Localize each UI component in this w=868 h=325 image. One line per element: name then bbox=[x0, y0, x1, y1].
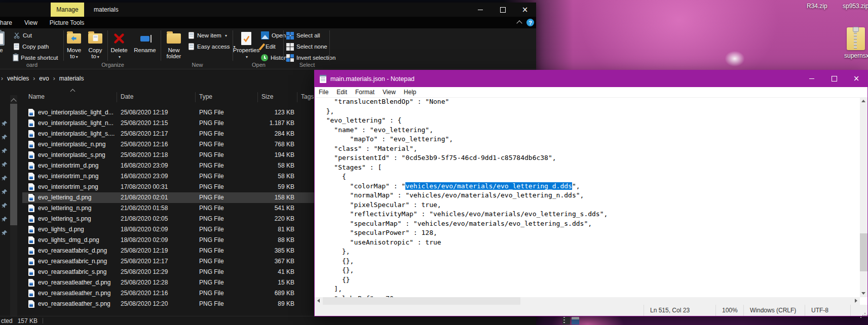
column-divider[interactable] bbox=[257, 92, 258, 102]
invert-selection-button[interactable]: Invert selection bbox=[286, 53, 335, 63]
code-line: { bbox=[315, 172, 860, 182]
scroll-down-icon[interactable] bbox=[861, 292, 865, 295]
selection-status-text: cted bbox=[1, 317, 13, 324]
column-header-type[interactable]: Type bbox=[199, 93, 212, 100]
breadcrumb-item[interactable]: evo bbox=[36, 75, 52, 82]
explorer-close-button[interactable]: × bbox=[514, 3, 536, 17]
collapse-ribbon-icon[interactable] bbox=[516, 20, 522, 26]
selected-text: vehicles/evo/materials/evo_lettering_d.d… bbox=[405, 182, 572, 190]
notepad-close-button[interactable]: × bbox=[845, 70, 867, 87]
nav-scrollbar[interactable] bbox=[10, 95, 17, 316]
ribbon-group-new: New folder New item▾ Easy access▾ New bbox=[162, 28, 233, 69]
scroll-left-icon[interactable] bbox=[317, 299, 320, 303]
menu-edit[interactable]: Edit bbox=[332, 89, 351, 96]
breadcrumb-item[interactable]: vehicles bbox=[4, 75, 32, 82]
desktop-icon-r34zip[interactable]: R34.zip bbox=[807, 3, 827, 10]
document-icon bbox=[14, 44, 19, 50]
edit-button[interactable]: Edit bbox=[261, 42, 276, 52]
tab-view[interactable]: View bbox=[18, 17, 44, 28]
code-line: }, bbox=[315, 247, 860, 257]
scroll-up-icon[interactable] bbox=[11, 98, 16, 104]
file-name: evo_rearseatleather_s.png bbox=[38, 300, 110, 307]
taskbar-icon-film[interactable] bbox=[562, 317, 570, 324]
quick-access-pin-icon bbox=[2, 202, 8, 210]
new-folder-icon bbox=[167, 33, 181, 44]
tab-picture-tools[interactable]: Picture Tools bbox=[44, 17, 90, 28]
vertical-scrollbar[interactable] bbox=[860, 97, 867, 297]
cut-button[interactable]: Cut bbox=[13, 30, 32, 40]
file-date: 18/08/2020 02:09 bbox=[121, 226, 168, 233]
explorer-minimize-button[interactable] bbox=[469, 3, 492, 17]
column-header-date[interactable]: Date bbox=[121, 93, 133, 100]
move-to-button[interactable]: Move to▾ bbox=[63, 30, 85, 61]
explorer-titlebar[interactable]: Manage materials × bbox=[0, 3, 536, 17]
manage-contextual-tab[interactable]: Manage bbox=[51, 3, 84, 17]
code-line: ], bbox=[315, 285, 860, 294]
file-name: evo_lights_dmg_d.png bbox=[38, 236, 99, 243]
new-folder-button[interactable]: New folder bbox=[163, 30, 185, 61]
file-size: 284 KB bbox=[215, 130, 294, 137]
desktop-icon-supernsx4zip[interactable]: supernsx4.z bbox=[844, 52, 868, 59]
notepad-titlebar[interactable]: main.materials.json - Notepad × bbox=[315, 70, 867, 87]
notepad-minimize-button[interactable] bbox=[801, 70, 823, 87]
menu-format[interactable]: Format bbox=[351, 89, 379, 96]
column-divider[interactable] bbox=[117, 92, 117, 102]
help-icon[interactable]: ? bbox=[526, 19, 534, 26]
scroll-up-icon[interactable] bbox=[861, 100, 865, 102]
notepad-statusbar: Ln 515, Col 23 100% Windows (CRLF) UTF-8 bbox=[315, 305, 867, 316]
explorer-maximize-button[interactable] bbox=[492, 3, 514, 17]
tab-share-partial[interactable]: hare bbox=[0, 17, 18, 28]
select-none-button[interactable]: Select none bbox=[286, 42, 327, 52]
breadcrumb-item[interactable]: materials bbox=[56, 75, 87, 82]
file-name: evo_rearseatleather_d.png bbox=[38, 279, 110, 286]
column-divider[interactable] bbox=[195, 92, 196, 102]
notepad-maximize-button[interactable] bbox=[823, 70, 845, 87]
file-size: 88 KB bbox=[215, 236, 294, 243]
copy-path-button[interactable]: Copy path bbox=[13, 42, 49, 52]
file-size: 58 KB bbox=[215, 173, 294, 180]
copy-to-button[interactable]: Copy to▾ bbox=[85, 30, 106, 61]
menu-view[interactable]: View bbox=[379, 89, 400, 96]
taskbar-icon-image[interactable] bbox=[572, 317, 579, 324]
png-file-icon bbox=[28, 236, 34, 244]
rename-button[interactable]: Rename bbox=[131, 30, 159, 61]
desktop-icon-sp953zip[interactable]: sp953.zip bbox=[843, 3, 868, 10]
column-header-size[interactable]: Size bbox=[261, 93, 273, 100]
code-line: "evo_lettering" : { bbox=[315, 116, 860, 126]
horizontal-scrollbar-thumb[interactable] bbox=[323, 297, 520, 305]
horizontal-scrollbar[interactable] bbox=[315, 297, 860, 305]
code-line: "translucentBlendOp" : "None" bbox=[315, 97, 860, 107]
column-header-name[interactable]: Name bbox=[28, 93, 45, 100]
paste-button[interactable]: ste bbox=[0, 30, 12, 61]
invert-selection-icon bbox=[286, 54, 294, 62]
resize-grip[interactable] bbox=[850, 305, 867, 316]
easy-access-button[interactable]: Easy access▾ bbox=[188, 42, 236, 52]
screen: R34.zip sp953.zip supernsx4.z Manage mat… bbox=[0, 0, 868, 325]
select-all-button[interactable]: Select all bbox=[286, 30, 320, 40]
minimize-icon bbox=[809, 78, 814, 79]
menu-file[interactable]: File bbox=[315, 89, 332, 96]
breadcrumb-chevron-icon: › bbox=[0, 75, 4, 82]
vertical-scrollbar-thumb[interactable] bbox=[860, 233, 867, 271]
text-editor-area[interactable]: "translucentBlendOp" : "None" }, "evo_le… bbox=[315, 97, 860, 297]
png-file-icon bbox=[28, 215, 34, 223]
menu-help[interactable]: Help bbox=[400, 89, 421, 96]
zip-file-icon[interactable] bbox=[847, 27, 865, 50]
quick-access-pin-icon bbox=[2, 230, 8, 237]
nav-scrollbar-thumb[interactable] bbox=[10, 104, 17, 225]
quick-access-pin-icon bbox=[2, 120, 8, 128]
properties-check-icon bbox=[241, 32, 251, 45]
properties-button[interactable]: Properties ▾ bbox=[233, 30, 260, 61]
scroll-right-icon[interactable] bbox=[855, 299, 857, 303]
column-header-tags[interactable]: Tags bbox=[301, 93, 314, 100]
dropdown-caret: ▾ bbox=[119, 55, 121, 59]
new-item-button[interactable]: New item▾ bbox=[188, 30, 227, 40]
column-divider[interactable] bbox=[297, 92, 297, 102]
group-label-new: New bbox=[162, 62, 233, 68]
delete-button[interactable]: Delete ▾ bbox=[107, 30, 131, 61]
paste-shortcut-button[interactable]: Paste shortcut bbox=[13, 53, 58, 63]
file-date: 16/08/2020 23:09 bbox=[121, 162, 168, 169]
group-divider bbox=[161, 30, 161, 61]
file-name: evo_rearseatleather_n.png bbox=[38, 290, 110, 297]
sort-ascending-icon[interactable] bbox=[70, 89, 76, 94]
